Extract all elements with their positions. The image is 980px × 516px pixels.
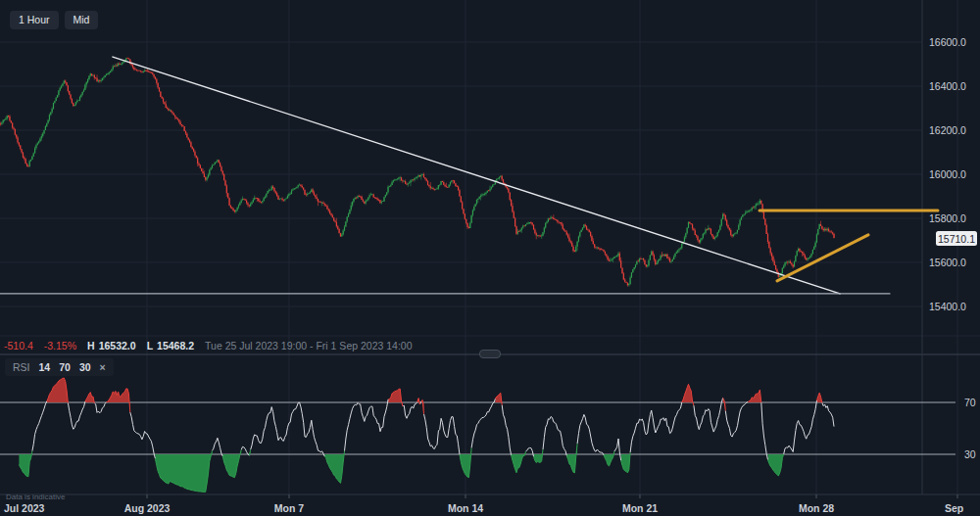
price-type-button[interactable]: Mid — [65, 11, 99, 29]
high-value: 16532.0 — [99, 340, 136, 352]
rsi-overbought-fill — [47, 378, 822, 414]
stats-bar: -510.4 -3.15% H 16532.0 L 15468.2 Tue 25… — [4, 340, 413, 352]
low-value: 15468.2 — [157, 340, 194, 352]
rsi-oversold-fill — [19, 444, 783, 492]
data-indicative-disclaimer: Data is indicative — [6, 493, 65, 501]
rsi-line-overbought — [47, 378, 822, 414]
rsi-upper-value[interactable]: 70 — [59, 361, 71, 373]
high-stat: H 16532.0 — [87, 340, 136, 352]
low-label: L — [147, 340, 153, 352]
candle-wicks-down — [1, 58, 835, 287]
low-stat: L 15468.2 — [147, 340, 194, 352]
panel-resize-handle[interactable] — [479, 350, 501, 358]
ascending-trendline[interactable] — [777, 235, 868, 281]
change-value: -510.4 — [4, 340, 33, 352]
descending-trendline[interactable] — [113, 57, 840, 294]
chart-toolbar: 1 Hour Mid — [10, 11, 98, 29]
timeframe-button[interactable]: 1 Hour — [10, 11, 59, 29]
rsi-indicator-header[interactable]: RSI 14 70 30 × — [5, 358, 114, 376]
rsi-close-icon[interactable]: × — [100, 361, 106, 373]
change-percent: -3.15% — [44, 340, 76, 352]
visible-date-range: Tue 25 Jul 2023 19:00 - Fri 1 Sep 2023 1… — [205, 340, 413, 352]
rsi-line — [32, 398, 834, 460]
rsi-period-value[interactable]: 14 — [39, 361, 51, 373]
rsi-lower-value[interactable]: 30 — [79, 361, 91, 373]
rsi-line-oversold — [19, 444, 783, 492]
trading-chart-app: { "toolbar": { "timeframe_label": "1 Hou… — [0, 0, 980, 516]
candle-bodies-up — [2, 59, 827, 286]
rsi-label: RSI — [13, 361, 30, 373]
price-chart-svg[interactable] — [0, 0, 980, 516]
candle-wicks-up — [2, 58, 827, 287]
high-label: H — [87, 340, 95, 352]
current-price-badge: 15710.1 — [936, 231, 977, 246]
